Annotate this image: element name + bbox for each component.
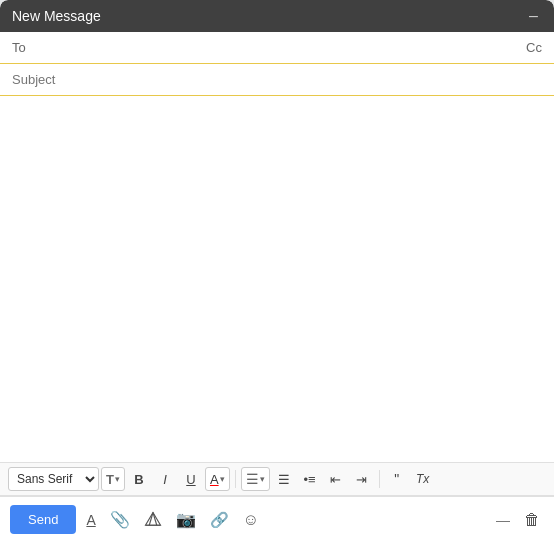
text-color-icon: A bbox=[210, 472, 219, 487]
photo-icon: 📷 bbox=[176, 510, 196, 529]
font-size-icon: T bbox=[106, 472, 114, 487]
to-input[interactable] bbox=[37, 40, 526, 55]
separator-1 bbox=[235, 470, 236, 488]
indent-more-button[interactable]: ⇥ bbox=[350, 467, 374, 491]
format-text-button[interactable]: A bbox=[82, 508, 99, 532]
link-button[interactable]: 🔗 bbox=[206, 507, 233, 533]
drive-icon bbox=[144, 511, 162, 529]
to-row: To Cc bbox=[0, 32, 554, 64]
underline-button[interactable]: U bbox=[179, 467, 203, 491]
minimize-button[interactable]: – bbox=[525, 8, 542, 24]
align-icon: ☰ bbox=[246, 471, 259, 487]
remove-format-button[interactable]: Tx bbox=[411, 467, 435, 491]
format-text-icon: A bbox=[86, 512, 95, 528]
drive-button[interactable] bbox=[140, 507, 166, 533]
indent-less-button[interactable]: ⇤ bbox=[324, 467, 348, 491]
subject-row bbox=[0, 64, 554, 96]
text-color-dropdown[interactable]: A ▾ bbox=[205, 467, 230, 491]
delete-button[interactable]: 🗑 bbox=[520, 507, 544, 533]
formatting-toolbar: Sans Serif Serif Fixed width T ▾ B I U A… bbox=[0, 462, 554, 496]
italic-button[interactable]: I bbox=[153, 467, 177, 491]
attach-icon: 📎 bbox=[110, 510, 130, 529]
send-button[interactable]: Send bbox=[10, 505, 76, 534]
minimize-bottom-button[interactable]: — bbox=[492, 508, 514, 532]
emoji-icon: ☺ bbox=[243, 511, 259, 529]
subject-input[interactable] bbox=[12, 72, 542, 87]
photo-button[interactable]: 📷 bbox=[172, 506, 200, 533]
link-icon: 🔗 bbox=[210, 511, 229, 529]
cc-label[interactable]: Cc bbox=[526, 40, 542, 55]
align-dropdown[interactable]: ☰ ▾ bbox=[241, 467, 270, 491]
blockquote-button[interactable]: " bbox=[385, 467, 409, 491]
compose-title: New Message bbox=[12, 8, 101, 24]
bold-button[interactable]: B bbox=[127, 467, 151, 491]
body-area bbox=[0, 96, 554, 462]
numbered-list-button[interactable]: ☰ bbox=[272, 467, 296, 491]
font-size-dropdown[interactable]: T ▾ bbox=[101, 467, 125, 491]
body-input[interactable] bbox=[12, 104, 542, 454]
emoji-button[interactable]: ☺ bbox=[239, 507, 263, 533]
font-family-select[interactable]: Sans Serif Serif Fixed width bbox=[8, 467, 99, 491]
compose-header: New Message – bbox=[0, 0, 554, 32]
header-controls: – bbox=[525, 8, 542, 24]
bullet-list-button[interactable]: •≡ bbox=[298, 467, 322, 491]
compose-window: New Message – To Cc Sans Serif Serif Fix… bbox=[0, 0, 554, 542]
delete-icon: 🗑 bbox=[524, 511, 540, 528]
separator-2 bbox=[379, 470, 380, 488]
bottom-bar: Send A 📎 📷 🔗 ☺ — bbox=[0, 496, 554, 542]
attach-button[interactable]: 📎 bbox=[106, 506, 134, 533]
minimize-icon: — bbox=[496, 512, 510, 528]
to-label: To bbox=[12, 40, 37, 55]
